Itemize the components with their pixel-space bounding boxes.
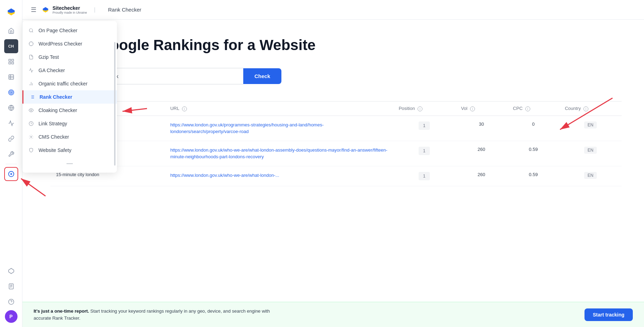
gzip-icon xyxy=(28,54,34,60)
position-info-icon: i xyxy=(418,106,422,111)
row1-country: EN xyxy=(559,116,622,141)
row2-url: https://www.london.gov.uk/who-we-are/wha… xyxy=(164,141,393,166)
sidebar-grid[interactable] xyxy=(4,55,18,69)
cpc-info-icon: i xyxy=(525,106,530,111)
svg-rect-5 xyxy=(9,75,14,79)
row2-cpc: 0.59 xyxy=(507,141,559,166)
dropdown-scrollbar[interactable] xyxy=(114,42,115,166)
svg-point-24 xyxy=(29,29,33,32)
svg-rect-1 xyxy=(9,59,10,61)
cms-checker-label: CMS Checker xyxy=(38,134,69,140)
row1-position-badge: 1 xyxy=(419,121,430,130)
row1-cpc: 0 xyxy=(507,116,559,141)
svg-point-38 xyxy=(30,136,32,138)
sidebar: CH P xyxy=(0,0,22,327)
dropdown-item-link-strategy[interactable]: Link Strategy xyxy=(22,117,117,130)
cms-icon xyxy=(28,134,34,140)
sidebar-table[interactable] xyxy=(4,70,18,84)
row2-vol: 260 xyxy=(455,141,507,166)
row1-vol: 30 xyxy=(455,116,507,141)
on-page-checker-icon xyxy=(28,27,34,34)
col-header-vol: Vol i xyxy=(455,102,507,116)
dropdown-item-rank-checker[interactable]: Rank Checker xyxy=(22,90,117,104)
dropdown-item-wordpress-checker[interactable]: WordPress Checker xyxy=(22,37,117,50)
sidebar-home[interactable] xyxy=(4,24,18,38)
col-header-cpc: CPC i xyxy=(507,102,559,116)
sidebar-help[interactable] xyxy=(4,295,18,309)
rank-checker-icon xyxy=(29,94,35,100)
table-row: 15 minute city london https://www.london… xyxy=(50,141,622,166)
sidebar-add[interactable] xyxy=(4,167,18,181)
url-info-icon: i xyxy=(182,106,187,111)
sidebar-ch[interactable]: CH xyxy=(4,39,18,53)
row2-country: EN xyxy=(559,141,622,166)
dropdown-item-on-page-checker[interactable]: On Page Checker xyxy=(22,24,117,37)
sidebar-divider xyxy=(6,164,17,164)
sidebar-document[interactable] xyxy=(4,279,18,293)
row3-position-badge: 1 xyxy=(419,172,430,180)
row3-url-link[interactable]: https://www.london.gov.uk/who-we-are/wha… xyxy=(170,173,279,178)
wordpress-icon xyxy=(28,41,34,47)
sidebar-tool[interactable] xyxy=(4,147,18,161)
row2-position: 1 xyxy=(393,141,455,166)
dropdown-menu: On Page Checker WordPress Checker Gzip T… xyxy=(22,21,117,173)
dropdown-item-cms-checker[interactable]: CMS Checker xyxy=(22,130,117,144)
row1-url: https://www.london.gov.uk/programmes-str… xyxy=(164,116,393,141)
row1-position: 1 xyxy=(393,116,455,141)
link-strategy-icon xyxy=(28,120,34,127)
svg-point-36 xyxy=(30,110,32,111)
cloaking-checker-label: Cloaking Checker xyxy=(38,107,77,113)
svg-line-25 xyxy=(32,32,33,33)
table-row: 15-minute city london https://www.london… xyxy=(50,166,622,186)
cloaking-icon xyxy=(28,107,34,113)
scroll-indicator: — xyxy=(22,157,117,170)
check-button[interactable]: Check xyxy=(243,68,281,84)
dropdown-item-website-safety[interactable]: Website Safety xyxy=(22,144,117,157)
row2-url-link[interactable]: https://www.london.gov.uk/who-we-are/wha… xyxy=(170,147,387,160)
wordpress-checker-label: WordPress Checker xyxy=(38,41,82,47)
sidebar-diamond[interactable] xyxy=(4,264,18,278)
website-safety-label: Website Safety xyxy=(38,147,71,153)
dropdown-item-gzip[interactable]: Gzip Test xyxy=(22,50,117,64)
ga-icon xyxy=(28,67,34,74)
dropdown-item-cloaking-checker[interactable]: Cloaking Checker xyxy=(22,104,117,117)
svg-rect-4 xyxy=(12,62,13,64)
sidebar-bottom: P xyxy=(4,264,18,323)
results-table: URL i Position i Vol i CPC i Country i xyxy=(50,101,622,186)
row2-position-badge: 1 xyxy=(419,147,430,155)
sidebar-target[interactable] xyxy=(4,85,18,99)
banner-bold: It's just a one-time report. xyxy=(34,308,89,314)
user-avatar[interactable]: P xyxy=(5,310,18,323)
sidebar-link[interactable] xyxy=(4,132,18,146)
sidebar-logo[interactable] xyxy=(4,4,19,20)
on-page-checker-label: On Page Checker xyxy=(38,28,77,33)
svg-marker-17 xyxy=(8,269,14,274)
col-header-country: Country i xyxy=(559,102,622,116)
sidebar-globe[interactable] xyxy=(4,101,18,115)
row2-country-badge: EN xyxy=(584,147,597,154)
bottom-banner: It's just a one-time report. Start track… xyxy=(22,302,644,327)
col-header-position: Position i xyxy=(393,102,455,116)
start-tracking-button[interactable]: Start tracking xyxy=(584,308,633,321)
page-title: Rank Checker xyxy=(108,7,141,13)
table-row: https://www.london.gov.uk/programmes-str… xyxy=(50,116,622,141)
dropdown-item-organic-traffic[interactable]: Organic traffic checker xyxy=(22,77,117,90)
country-info-icon: i xyxy=(583,106,588,111)
row3-cpc: 0.59 xyxy=(507,166,559,186)
brand-name: Sitechecker xyxy=(52,5,87,11)
row1-url-link[interactable]: https://www.london.gov.uk/programmes-str… xyxy=(170,122,323,134)
dropdown-item-ga-checker[interactable]: GA Checker xyxy=(22,64,117,77)
vol-info-icon: i xyxy=(470,106,475,111)
menu-icon[interactable]: ☰ xyxy=(31,6,36,14)
ga-checker-label: GA Checker xyxy=(38,68,65,73)
sidebar-analytics[interactable] xyxy=(4,116,18,130)
gzip-label: Gzip Test xyxy=(38,54,59,60)
svg-point-11 xyxy=(10,92,12,93)
svg-point-10 xyxy=(9,91,13,94)
rank-checker-label: Rank Checker xyxy=(40,94,72,100)
brand-tagline: Proudly made in Ukraine xyxy=(52,11,87,14)
link-strategy-label: Link Strategy xyxy=(38,121,67,126)
row3-url: https://www.london.gov.uk/who-we-are/wha… xyxy=(164,166,393,186)
row3-country-badge: EN xyxy=(584,172,597,179)
row3-country: EN xyxy=(559,166,622,186)
